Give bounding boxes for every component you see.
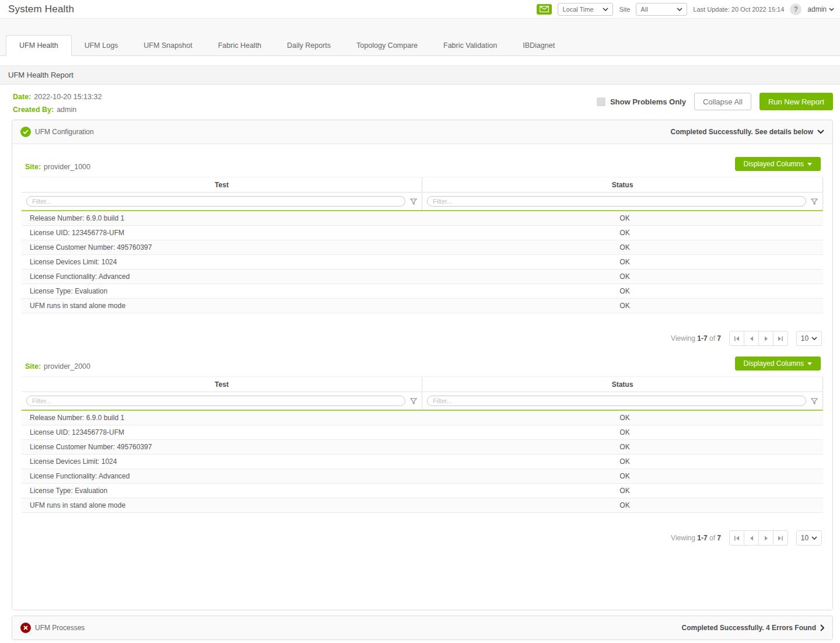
user-menu[interactable]: admin	[807, 5, 834, 13]
site-section-provider-1000: Site: provider_1000 Displayed Columns Te…	[22, 152, 823, 352]
table-row: License Type: Evaluation OK	[22, 484, 823, 498]
success-icon	[20, 127, 31, 137]
column-header-test[interactable]: Test	[22, 177, 422, 192]
run-new-report-button[interactable]: Run New Report	[760, 93, 833, 110]
last-page-icon[interactable]	[773, 331, 788, 346]
displayed-columns-label: Displayed Columns	[744, 160, 804, 168]
panel-status-text: Completed Successfully. 4 Errors Found	[682, 624, 817, 632]
created-by-value: admin	[57, 106, 76, 114]
page-size-select[interactable]: 10	[796, 530, 822, 546]
status-filter-input[interactable]	[427, 196, 806, 207]
tab-ufm-snapshot[interactable]: UFM Snapshot	[131, 36, 205, 55]
chevron-down-icon	[677, 8, 682, 11]
tab-ibdiagnet[interactable]: IBDiagnet	[510, 36, 568, 55]
status-filter-input[interactable]	[427, 396, 806, 406]
test-filter-input[interactable]	[26, 396, 405, 406]
status-cell: OK	[426, 484, 823, 498]
status-cell: OK	[426, 455, 823, 469]
table-row: License Functionality: Advanced OK	[22, 469, 823, 484]
chevron-right-icon[interactable]	[820, 624, 824, 631]
table-row: License Functionality: Advanced OK	[22, 270, 823, 284]
pagination: Viewing 1-7 of 7	[22, 313, 823, 352]
error-icon	[20, 623, 31, 633]
collapse-all-button[interactable]: Collapse All	[694, 93, 751, 110]
report-toolbar: Show Problems Only Collapse All Run New …	[597, 93, 833, 110]
column-header-status[interactable]: Status	[422, 177, 822, 192]
next-page-icon[interactable]	[758, 331, 774, 346]
tab-topology-compare[interactable]: Topology Compare	[344, 36, 430, 55]
user-name: admin	[807, 5, 827, 13]
first-page-icon[interactable]	[729, 530, 744, 546]
displayed-columns-label: Displayed Columns	[744, 359, 804, 368]
page-size-value: 10	[801, 534, 808, 542]
test-cell: License UID: 123456778-UFM	[22, 425, 426, 439]
test-cell: Release Number: 6.9.0 build 1	[22, 411, 426, 425]
table-row: License Customer Number: 495760397 OK	[22, 440, 823, 455]
filter-icon[interactable]	[811, 198, 818, 205]
help-glyph: ?	[794, 5, 798, 13]
next-page-icon[interactable]	[758, 530, 774, 546]
prev-page-icon[interactable]	[744, 530, 759, 546]
page-title: System Health	[8, 4, 74, 15]
show-problems-checkbox[interactable]	[597, 97, 606, 106]
status-cell: OK	[426, 240, 823, 254]
table-row: License UID: 123456778-UFM OK	[22, 425, 823, 440]
panel-status-text: Completed Successfully. See details belo…	[670, 128, 813, 136]
health-table: Test Status	[22, 376, 823, 513]
table-row: License UID: 123456778-UFM OK	[22, 226, 823, 240]
ufm-configuration-header[interactable]: UFM Configuration Completed Successfully…	[12, 120, 832, 144]
column-header-status[interactable]: Status	[422, 377, 822, 392]
status-cell: OK	[426, 270, 823, 284]
tab-fabric-validation[interactable]: Fabric Validation	[430, 36, 510, 55]
tab-daily-reports[interactable]: Daily Reports	[274, 36, 344, 55]
test-cell: License Type: Evaluation	[22, 284, 426, 298]
displayed-columns-button[interactable]: Displayed Columns	[735, 157, 821, 171]
tab-ufm-health[interactable]: UFM Health	[6, 35, 72, 56]
timezone-value: Local Time	[562, 6, 593, 13]
chevron-down-icon	[807, 163, 812, 166]
table-row: UFM runs in stand alone mode OK	[22, 498, 823, 513]
ufm-processes-header[interactable]: UFM Processes Completed Successfully. 4 …	[12, 616, 832, 639]
test-cell: License Functionality: Advanced	[22, 270, 426, 284]
table-row: Release Number: 6.9.0 build 1 OK	[22, 411, 823, 425]
prev-page-icon[interactable]	[744, 331, 759, 346]
test-cell: UFM runs in stand alone mode	[22, 498, 426, 512]
chevron-down-icon	[829, 8, 834, 11]
displayed-columns-button[interactable]: Displayed Columns	[735, 357, 821, 371]
tabs-area: UFM Health UFM Logs UFM Snapshot Fabric …	[0, 19, 840, 56]
table-row: UFM runs in stand alone mode OK	[22, 299, 823, 313]
panel-title: UFM Configuration	[35, 128, 94, 136]
filter-icon[interactable]	[410, 198, 417, 205]
chevron-down-icon	[807, 362, 812, 365]
table-row: License Type: Evaluation OK	[22, 284, 823, 299]
site-select-value: All	[640, 6, 648, 13]
table-row: Release Number: 6.9.0 build 1 OK	[22, 211, 823, 226]
tab-bar: UFM Health UFM Logs UFM Snapshot Fabric …	[0, 34, 840, 56]
column-header-test[interactable]: Test	[22, 377, 422, 392]
site-select[interactable]: All	[636, 3, 687, 16]
tab-ufm-logs[interactable]: UFM Logs	[72, 36, 131, 55]
test-filter-input[interactable]	[26, 196, 405, 207]
test-cell: License Customer Number: 495760397	[22, 240, 426, 254]
test-cell: License Functionality: Advanced	[22, 469, 426, 483]
tab-fabric-health[interactable]: Fabric Health	[205, 36, 274, 55]
created-by-label: Created By:	[13, 106, 54, 114]
table-row: License Devices Limit: 1024 OK	[22, 255, 823, 270]
filter-icon[interactable]	[410, 398, 417, 404]
timezone-select[interactable]: Local Time	[558, 3, 613, 16]
test-cell: License Type: Evaluation	[22, 484, 426, 498]
report-meta-row: Date: 2022-10-20 15:13:32 Created By: ad…	[0, 85, 840, 120]
test-cell: License Customer Number: 495760397	[22, 440, 426, 454]
last-page-icon[interactable]	[773, 530, 788, 546]
test-cell: Release Number: 6.9.0 build 1	[22, 211, 426, 225]
help-icon[interactable]: ?	[790, 4, 802, 15]
test-cell: License Devices Limit: 1024	[22, 255, 426, 269]
report-meta: Date: 2022-10-20 15:13:32 Created By: ad…	[13, 93, 102, 114]
chevron-down-icon[interactable]	[817, 130, 824, 134]
site-name: provider_2000	[44, 362, 90, 371]
page-size-select[interactable]: 10	[796, 331, 822, 346]
site-label: Site:	[25, 362, 41, 371]
mail-icon[interactable]	[537, 4, 552, 15]
first-page-icon[interactable]	[729, 331, 744, 346]
filter-icon[interactable]	[811, 398, 818, 404]
